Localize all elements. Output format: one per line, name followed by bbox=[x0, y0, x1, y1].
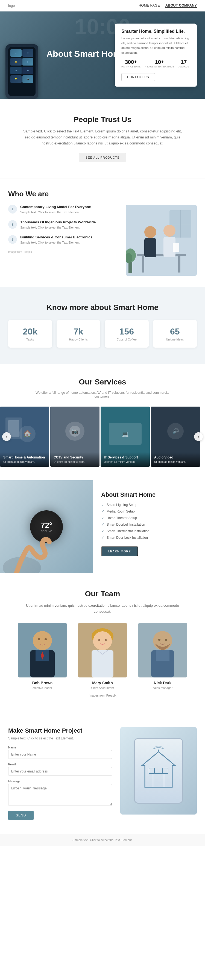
service-card-2[interactable]: 💻 IT Services & Support Ut enim ad minim… bbox=[101, 407, 150, 467]
who-num-0: 1 bbox=[8, 205, 17, 213]
svg-rect-8 bbox=[144, 238, 156, 257]
svg-text:🏠: 🏠 bbox=[23, 430, 31, 438]
check-icon-3: ✓ bbox=[101, 522, 104, 527]
name-label: Name bbox=[8, 746, 112, 749]
hero-stats: 300+ HAPPY CLIENTS 10+ YEARS OF EXPERIEN… bbox=[121, 59, 190, 69]
footer-text: Sample text. Click to select the Text El… bbox=[72, 838, 133, 842]
know-stat-2: 156 Cups of Coffee bbox=[105, 320, 149, 348]
contact-image-col bbox=[120, 727, 197, 815]
nav-about[interactable]: ABOUT COMPANY bbox=[165, 3, 197, 8]
hero-cta-button[interactable]: CONTACT US bbox=[121, 73, 155, 81]
who-item-content-1: Thousands Of Ingenious Projects Worldwid… bbox=[20, 220, 96, 230]
who-item-0: 1 Contemporary Living Model For Everyone… bbox=[8, 205, 120, 215]
svg-rect-5 bbox=[142, 256, 144, 272]
service-card-overlay-1: CCTV and Security Ut enim ad minim venia… bbox=[50, 452, 99, 467]
stat-label-1: YEARS OF EXPERIENCE bbox=[145, 65, 174, 69]
who-num-1: 2 bbox=[8, 220, 17, 229]
svg-point-32 bbox=[33, 631, 52, 650]
service-card-text-0: Ut enim ad minim veniam. bbox=[3, 460, 46, 463]
team-name-2: Nick Dark bbox=[135, 681, 190, 685]
team-section: Our Team Ut enim ad minim veniam, quis n… bbox=[0, 573, 205, 713]
know-stat-0: 20k Tasks bbox=[8, 320, 52, 348]
services-slider: ‹ 🏠 Smart Home & Automation Ut enim ad m… bbox=[0, 407, 205, 467]
phone-screen: ⬥ ☀ 🔒 🌡 ◎ ⚙ 💡 📷 bbox=[8, 47, 35, 96]
learn-more-button[interactable]: LEARN MORE bbox=[101, 546, 138, 556]
check-icon-2: ✓ bbox=[101, 516, 104, 520]
services-next-button[interactable]: › bbox=[194, 432, 203, 441]
who-item-content-0: Contemporary Living Model For Everyone S… bbox=[20, 205, 91, 215]
know-stats-row: 20k Tasks 7k Happy Clients 156 Cups of C… bbox=[8, 320, 197, 348]
tablet-illustration-svg bbox=[137, 743, 180, 798]
service-card-overlay-2: IT Services & Support Ut enim ad minim v… bbox=[101, 452, 150, 467]
team-name-1: Mary Smith bbox=[75, 681, 130, 685]
svg-point-50 bbox=[165, 639, 167, 641]
who-item-title-1: Thousands Of Ingenious Projects Worldwid… bbox=[20, 220, 96, 224]
svg-point-53 bbox=[158, 749, 159, 751]
team-photo-1 bbox=[78, 623, 127, 678]
team-name-0: Bob Brown bbox=[15, 681, 70, 685]
service-card-1[interactable]: 📷 CCTV and Security Ut enim ad minim ven… bbox=[50, 407, 99, 467]
who-item-title-0: Contemporary Living Model For Everyone bbox=[20, 205, 91, 209]
nav-home[interactable]: HOME PAGE bbox=[139, 3, 160, 8]
check-icon-5: ✓ bbox=[101, 536, 104, 540]
svg-text:📷: 📷 bbox=[72, 428, 78, 434]
send-button[interactable]: SEND bbox=[8, 811, 34, 820]
svg-rect-4 bbox=[137, 254, 186, 256]
contact-image bbox=[120, 727, 197, 815]
contact-subtitle: Sample text. Click to select the Text El… bbox=[8, 737, 112, 740]
who-item-title-2: Building Services & Consumer Electronics bbox=[20, 235, 92, 239]
stat-label-2: AWARDS bbox=[178, 65, 189, 69]
svg-marker-51 bbox=[142, 752, 175, 787]
svg-rect-54 bbox=[149, 768, 154, 773]
email-input[interactable] bbox=[8, 767, 112, 776]
services-header: Our Services We offer a full range of ho… bbox=[0, 378, 205, 407]
svg-rect-52 bbox=[153, 773, 164, 787]
trust-text: Sample text. Click to select the Text El… bbox=[21, 128, 184, 146]
check-icon-0: ✓ bbox=[101, 503, 104, 507]
checklist: ✓Smart Lighting Setup ✓Media Room Setup … bbox=[101, 503, 197, 540]
form-group-email: Email bbox=[8, 763, 112, 776]
people-illustration-svg bbox=[126, 205, 197, 276]
service-card-overlay-3: Audio Video Ut enim ad minim veniam. bbox=[151, 452, 200, 467]
service-card-3[interactable]: 🔊 Audio Video Ut enim ad minim veniam. bbox=[151, 407, 200, 467]
svg-text:🔊: 🔊 bbox=[172, 428, 179, 434]
about-sh-image: 72° COOLING bbox=[0, 480, 93, 573]
footer: Sample text. Click to select the Text El… bbox=[0, 834, 205, 846]
team-portrait-1 bbox=[78, 623, 127, 678]
service-card-text-2: Ut enim ad minim veniam. bbox=[104, 460, 146, 463]
services-track: 🏠 Smart Home & Automation Ut enim ad min… bbox=[0, 407, 205, 467]
services-subtitle: We offer a full range of home automation… bbox=[34, 391, 171, 398]
check-icon-4: ✓ bbox=[101, 529, 104, 533]
trust-title: People Trust Us bbox=[8, 115, 197, 124]
service-card-text-3: Ut enim ad minim veniam. bbox=[154, 460, 197, 463]
team-role-0: creative leader bbox=[15, 686, 70, 689]
services-title: Our Services bbox=[8, 378, 197, 387]
know-stat-1: 7k Happy Clients bbox=[56, 320, 101, 348]
message-input[interactable] bbox=[8, 784, 112, 806]
team-card-1: Mary Smith Chief Accountant bbox=[75, 623, 130, 689]
team-grid: Bob Brown creative leader bbox=[8, 623, 197, 689]
name-input[interactable] bbox=[8, 750, 112, 759]
contact-title: Make Smart Home Project bbox=[8, 727, 112, 734]
who-layout: 1 Contemporary Living Model For Everyone… bbox=[8, 205, 197, 276]
team-portrait-2 bbox=[138, 623, 187, 678]
know-stat-num-0: 20k bbox=[13, 326, 48, 337]
services-section: Our Services We offer a full range of ho… bbox=[0, 364, 205, 480]
hero-section: 10:00 ⬥ ☀ 🔒 🌡 ◎ ⚙ 💡 📷 About Smart Homes bbox=[0, 11, 205, 99]
who-items: 1 Contemporary Living Model For Everyone… bbox=[8, 205, 120, 253]
service-card-title-3: Audio Video bbox=[154, 455, 197, 459]
logo: logo bbox=[8, 3, 15, 8]
team-role-1: Chief Accountant bbox=[75, 686, 130, 689]
services-prev-button[interactable]: ‹ bbox=[2, 432, 11, 441]
see-all-products-button[interactable]: SEE ALL PRODUCTS bbox=[79, 153, 126, 162]
who-item-text-0: Sample text. Click to select the Text El… bbox=[20, 210, 91, 215]
svg-point-41 bbox=[93, 631, 112, 650]
checklist-item-2: ✓Home Theater Setup bbox=[101, 516, 197, 520]
checklist-item-3: ✓Smart Doorbell Installation bbox=[101, 522, 197, 527]
nav-links: HOME PAGE ABOUT COMPANY bbox=[139, 3, 197, 8]
who-section: Who We are 1 Contemporary Living Model F… bbox=[0, 179, 205, 287]
who-item-2: 3 Building Services & Consumer Electroni… bbox=[8, 235, 120, 245]
stat-label-0: HAPPY CLIENTS bbox=[121, 65, 141, 69]
know-stat-label-2: Cups of Coffee bbox=[109, 338, 144, 341]
svg-point-7 bbox=[144, 226, 156, 238]
